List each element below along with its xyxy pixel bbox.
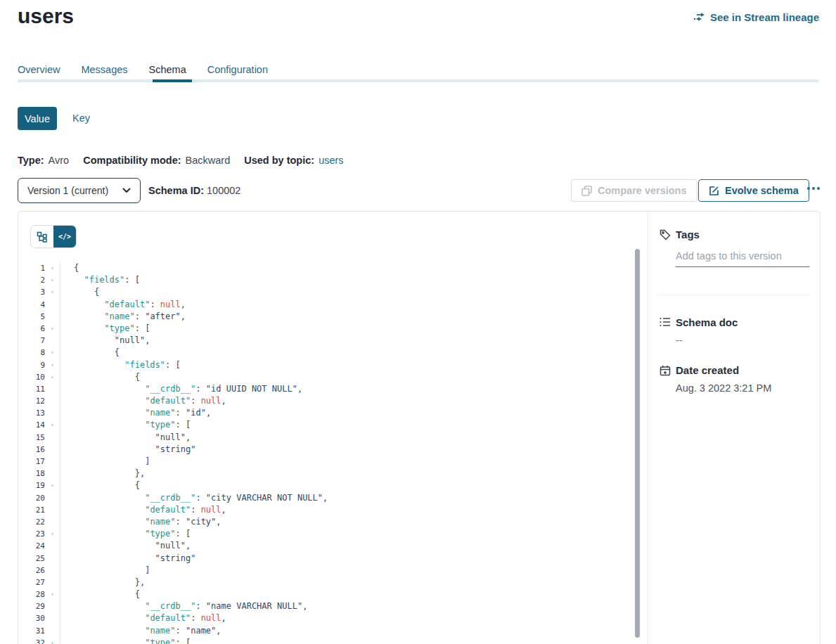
schema-id-label: Schema ID: [148,185,204,196]
stream-lineage-link[interactable]: See in Stream lineage [693,11,819,23]
line-number: 28 [18,588,45,600]
code-line: 16 "string" [18,444,635,456]
code-lines: 1▾{2▾ "fields": [3▾ {4 "default": null,5… [18,262,635,644]
fold-spacer [45,444,60,456]
line-number: 12 [18,395,45,407]
code-text: { [60,588,140,600]
code-text: }, [60,577,145,588]
code-line: 8▾ { [18,347,635,359]
code-text: { [60,347,120,359]
used-by-topic-label: Used by topic: [244,155,314,166]
line-number: 25 [18,553,45,565]
code-line: 29 "__crdb__": "name VARCHAR NULL", [18,600,635,612]
line-number: 20 [18,492,45,504]
code-line: 12 "default": null, [18,395,635,407]
code-line: 24 "null", [18,540,635,552]
code-line: 3▾ { [18,286,635,298]
tree-view-button[interactable] [31,226,53,247]
code-text: "type": [ [60,419,191,431]
fold-arrow-icon[interactable]: ▾ [45,479,60,491]
more-options-button[interactable] [807,187,820,190]
stream-lineage-icon [693,12,705,22]
fold-spacer [45,540,60,552]
topic-link[interactable]: users [319,155,343,166]
fold-arrow-icon[interactable]: ▾ [45,637,60,644]
compare-versions-icon [581,186,592,196]
code-line: 7 "null", [18,335,635,347]
schema-id: Schema ID: 100002 [148,185,240,196]
fold-spacer [45,625,60,637]
line-number: 30 [18,612,45,624]
fold-spacer [45,432,60,444]
tags-input[interactable] [676,249,809,267]
code-text: "__crdb__": "city VARCHAR NOT NULL", [60,492,328,504]
fold-arrow-icon[interactable]: ▾ [45,262,60,274]
code-text: "name": "id", [60,407,211,419]
compare-versions-label: Compare versions [598,185,687,196]
code-line: 4 "default": null, [18,299,635,311]
fold-arrow-icon[interactable]: ▾ [45,371,60,383]
compare-versions-button[interactable]: Compare versions [571,179,697,202]
fold-arrow-icon[interactable]: ▾ [45,359,60,371]
fold-spacer [45,516,60,528]
key-toggle-button[interactable]: Key [72,112,90,124]
tags-section-title: Tags [676,228,700,240]
code-line: 32▾ "type": [ [18,637,635,644]
line-number: 22 [18,516,45,528]
code-text: "__crdb__": "name VARCHAR NULL", [60,600,307,612]
edit-icon [709,186,719,196]
value-toggle-button[interactable]: Value [18,107,57,130]
fold-arrow-icon[interactable]: ▾ [45,286,60,298]
code-text: "string" [60,553,195,565]
line-number: 6 [18,323,45,335]
line-number: 29 [18,600,45,612]
code-text: "null", [60,335,150,347]
code-text: "type": [ [60,323,150,335]
date-created-icon [660,365,671,376]
fold-spacer [45,612,60,624]
code-text: ] [60,456,150,468]
code-view-button[interactable]: </> [53,226,76,247]
code-text: "type": [ [60,637,191,644]
code-line: 20 "__crdb__": "city VARCHAR NOT NULL", [18,492,635,504]
code-text: "fields": [ [60,359,181,371]
fold-arrow-icon[interactable]: ▾ [45,588,60,600]
code-text: { [60,479,140,491]
fold-arrow-icon[interactable]: ▾ [45,419,60,431]
code-text: "name": "name", [60,625,221,637]
fold-spacer [45,600,60,612]
evolve-schema-button[interactable]: Evolve schema [698,179,809,202]
code-text: "string" [60,444,195,456]
code-line: 10▾ { [18,371,635,383]
editor-scrollbar[interactable] [635,249,640,638]
fold-spacer [45,335,60,347]
fold-spacer [45,383,60,395]
code-line: 22 "name": "city", [18,516,635,528]
line-number: 23 [18,528,45,540]
code-line: 14▾ "type": [ [18,419,635,431]
fold-arrow-icon[interactable]: ▾ [45,323,60,335]
tab-underline-track [18,79,818,82]
code-line: 6▾ "type": [ [18,323,635,335]
fold-arrow-icon[interactable]: ▾ [45,528,60,540]
page-title: users [18,4,74,28]
fold-arrow-icon[interactable]: ▾ [45,274,60,286]
type-value: Avro [49,155,70,166]
schema-doc-title: Schema doc [676,316,738,328]
schema-meta-row: Type: Avro Compatibility mode: Backward … [18,155,344,166]
code-line: 31 "name": "name", [18,625,635,637]
evolve-schema-label: Evolve schema [725,185,799,196]
code-line: 5 "name": "after", [18,311,635,323]
code-text: "name": "after", [60,311,186,323]
line-number: 14 [18,419,45,431]
line-number: 26 [18,565,45,577]
code-line: 26 ] [18,565,635,577]
schema-doc-value: -- [676,335,683,346]
version-select[interactable]: Version 1 (current) [18,178,141,203]
code-text: { [60,286,99,298]
compatibility-value: Backward [186,155,231,166]
line-number: 11 [18,383,45,395]
fold-arrow-icon[interactable]: ▾ [45,347,60,359]
fold-spacer [45,577,60,588]
line-number: 2 [18,274,45,286]
